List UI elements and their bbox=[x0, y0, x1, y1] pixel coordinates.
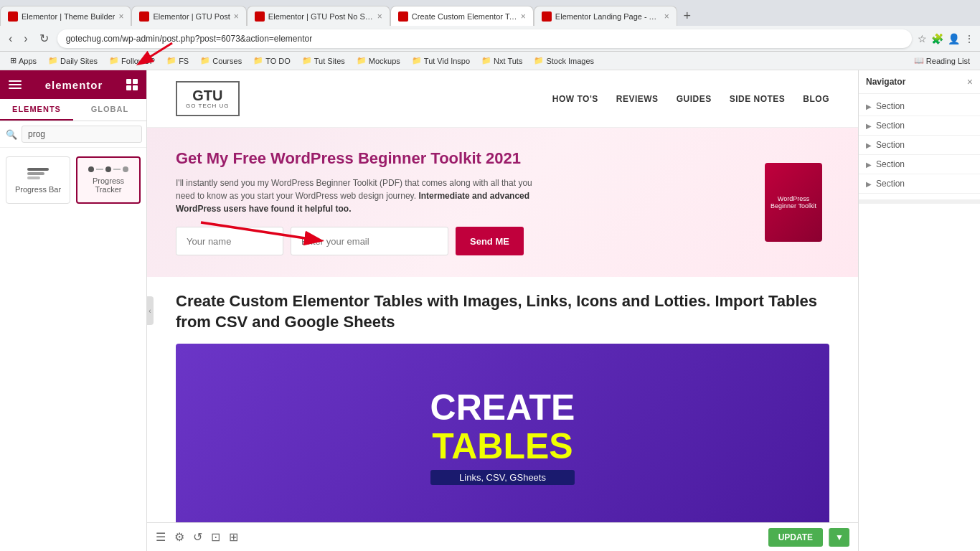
navigator-close-button[interactable]: × bbox=[967, 76, 973, 88]
navigator-section-2[interactable]: ▶ Section bbox=[859, 116, 980, 136]
bottom-responsive-icon[interactable]: ⊡ bbox=[211, 530, 220, 544]
tab-bar: Elementor | Theme Builder × Elementor | … bbox=[0, 0, 980, 26]
bottom-grid-icon[interactable]: ⊞ bbox=[229, 530, 238, 544]
nav-guides[interactable]: GUIDES bbox=[677, 94, 712, 104]
nav-blog[interactable]: BLOG bbox=[803, 94, 829, 104]
profile-icon[interactable]: 👤 bbox=[948, 33, 960, 44]
bookmark-star-icon[interactable]: ☆ bbox=[918, 33, 927, 44]
elementor-panel: elementor ELEMENTS GLOBAL 🔍 × bbox=[0, 70, 147, 551]
folder-icon: 📁 bbox=[200, 56, 210, 65]
tab-close-icon[interactable]: × bbox=[118, 11, 123, 22]
bottom-menu-icon[interactable]: ☰ bbox=[156, 530, 166, 544]
navigator-section-1[interactable]: ▶ Section bbox=[859, 97, 980, 116]
element-label: Progress Bar bbox=[15, 185, 61, 194]
navigator-section-4[interactable]: ▶ Section bbox=[859, 155, 980, 174]
grid-apps-icon[interactable] bbox=[126, 79, 138, 90]
tab-landing-page[interactable]: Elementor Landing Page - A S... × bbox=[534, 6, 677, 26]
bottom-history-icon[interactable]: ↺ bbox=[193, 530, 202, 544]
navigator-header: Navigator × bbox=[859, 70, 980, 94]
site-logo: GTU GO TECH UG bbox=[176, 81, 240, 116]
bookmark-todo[interactable]: 📁 TO DO bbox=[249, 55, 295, 67]
bookmark-label: Stock Images bbox=[546, 57, 594, 65]
hamburger-line bbox=[9, 88, 22, 89]
address-input[interactable] bbox=[57, 29, 912, 48]
nav-section-label: Section bbox=[876, 101, 905, 111]
folder-icon: 📁 bbox=[109, 56, 119, 65]
tab-favicon bbox=[542, 11, 552, 22]
site-nav: HOW TO'S REVIEWS GUIDES SIDE NOTES BLOG bbox=[552, 94, 829, 104]
panel-collapse-handle[interactable]: ‹ bbox=[146, 296, 154, 325]
extensions-icon[interactable]: 🧩 bbox=[931, 33, 943, 44]
chevron-right-icon: ▶ bbox=[866, 180, 872, 188]
nav-side-notes[interactable]: SIDE NOTES bbox=[730, 94, 786, 104]
new-tab-button[interactable]: + bbox=[677, 6, 697, 26]
tab-gtu-post-no-side[interactable]: Elementor | GTU Post No Side... × bbox=[247, 6, 390, 26]
hamburger-line bbox=[9, 84, 22, 85]
search-input[interactable] bbox=[22, 126, 142, 143]
hero-image-placeholder: WordPress Beginner Toolkit bbox=[765, 163, 822, 242]
navigator-section-3[interactable]: ▶ Section bbox=[859, 136, 980, 155]
tab-label: Elementor | GTU Post No Side... bbox=[268, 12, 374, 21]
navigator-section-5[interactable]: ▶ Section bbox=[859, 174, 980, 194]
hero-form: Send ME bbox=[176, 227, 765, 255]
post-image-main-text: CREATE bbox=[430, 390, 575, 425]
bookmark-fs[interactable]: 📁 FS bbox=[162, 55, 193, 67]
bookmark-mockups[interactable]: 📁 Mockups bbox=[352, 55, 405, 67]
tab-gtu-post[interactable]: Elementor | GTU Post × bbox=[131, 6, 246, 26]
panel-header: elementor bbox=[0, 70, 146, 99]
site-logo-gtu-text: GTU bbox=[186, 88, 230, 103]
navigator-title: Navigator bbox=[866, 77, 905, 87]
update-dropdown-button[interactable]: ▼ bbox=[829, 528, 849, 547]
forward-button[interactable]: › bbox=[21, 29, 30, 48]
tab-label: Create Custom Elementor Tab... bbox=[412, 12, 517, 21]
tab-favicon bbox=[398, 11, 408, 22]
tab-close-icon[interactable]: × bbox=[234, 11, 239, 22]
app-wrapper: elementor ELEMENTS GLOBAL 🔍 × bbox=[0, 70, 980, 551]
grid-dot bbox=[126, 79, 131, 84]
reload-button[interactable]: ↻ bbox=[37, 29, 52, 48]
tab-close-icon[interactable]: × bbox=[377, 11, 382, 22]
hero-title: Get My Free WordPress Beginner Toolkit 2… bbox=[176, 149, 765, 168]
bookmark-label: Daily Sites bbox=[60, 57, 98, 65]
menu-icon[interactable]: ⋮ bbox=[964, 33, 974, 44]
hero-name-input[interactable] bbox=[176, 227, 283, 255]
tab-elements[interactable]: ELEMENTS bbox=[0, 99, 73, 121]
bookmark-stock-images[interactable]: 📁 Stock Images bbox=[529, 55, 598, 67]
hamburger-menu-icon[interactable] bbox=[9, 80, 22, 89]
bookmark-label: Tut Vid Inspo bbox=[424, 57, 470, 65]
bookmark-tut-sites[interactable]: 📁 Tut Sites bbox=[298, 55, 349, 67]
bookmark-nxt-tuts[interactable]: 📁 Nxt Tuts bbox=[477, 55, 527, 67]
progress-bar-icon bbox=[27, 166, 49, 181]
bookmark-daily-sites[interactable]: 📁 Daily Sites bbox=[44, 55, 102, 67]
update-button[interactable]: UPDATE bbox=[768, 528, 823, 547]
bookmark-label: Nxt Tuts bbox=[494, 57, 522, 65]
address-bar-row: ‹ › ↻ ☆ 🧩 👤 ⋮ bbox=[0, 26, 980, 52]
tab-create-custom[interactable]: Create Custom Elementor Tab... × bbox=[390, 6, 534, 26]
bookmark-tut-vid-inspo[interactable]: 📁 Tut Vid Inspo bbox=[407, 55, 474, 67]
navigator-resize-handle[interactable] bbox=[859, 199, 980, 204]
nav-section-label: Section bbox=[876, 140, 905, 150]
tab-global[interactable]: GLOBAL bbox=[73, 99, 146, 121]
bookmark-followup[interactable]: 📁 FollowUP bbox=[105, 55, 159, 67]
site-header: GTU GO TECH UG HOW TO'S REVIEWS GUIDES S… bbox=[147, 70, 858, 128]
hero-email-input[interactable] bbox=[291, 227, 448, 255]
hero-send-button[interactable]: Send ME bbox=[456, 227, 524, 255]
reading-list[interactable]: 📖 Reading List bbox=[910, 55, 974, 67]
nav-section-label: Section bbox=[876, 121, 905, 131]
tab-close-icon[interactable]: × bbox=[521, 11, 526, 22]
element-card-progress-bar[interactable]: Progress Bar bbox=[6, 156, 70, 204]
post-thumbnail: CREATE TABLES Links, CSV, GSheets bbox=[176, 344, 829, 522]
bottom-settings-icon[interactable]: ⚙ bbox=[174, 530, 184, 544]
bookmark-apps[interactable]: ⊞ Apps bbox=[6, 55, 41, 67]
panel-tabs: ELEMENTS GLOBAL bbox=[0, 99, 146, 121]
element-card-progress-tracker[interactable]: Progress Tracker bbox=[76, 156, 141, 204]
tab-theme-builder[interactable]: Elementor | Theme Builder × bbox=[0, 6, 131, 26]
bookmark-label: Tut Sites bbox=[314, 57, 345, 65]
bookmark-courses[interactable]: 📁 Courses bbox=[196, 55, 246, 67]
tab-close-icon[interactable]: × bbox=[664, 11, 669, 22]
apps-icon: ⊞ bbox=[10, 56, 17, 65]
nav-howtos[interactable]: HOW TO'S bbox=[552, 94, 598, 104]
nav-reviews[interactable]: REVIEWS bbox=[616, 94, 659, 104]
folder-icon: 📁 bbox=[412, 56, 422, 65]
back-button[interactable]: ‹ bbox=[6, 29, 15, 48]
